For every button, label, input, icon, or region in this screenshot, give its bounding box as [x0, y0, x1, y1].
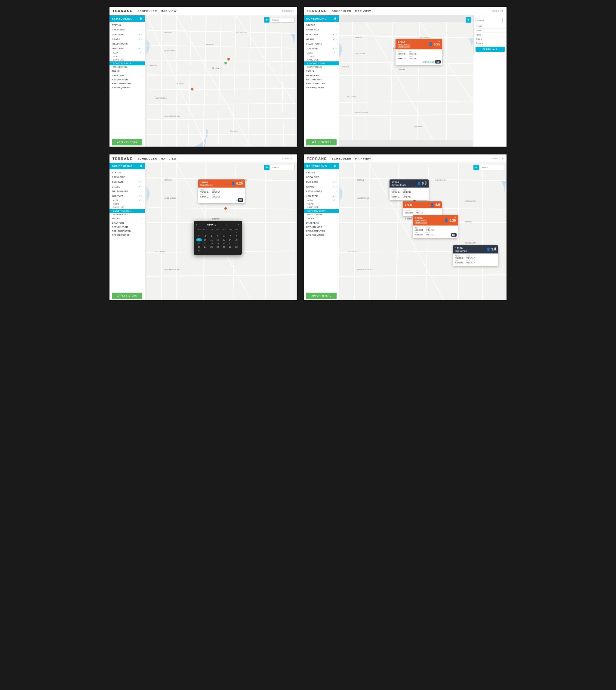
search-results-input[interactable]	[476, 18, 503, 23]
logout-1[interactable]: LOGOUT	[282, 9, 294, 12]
sidebar-status-2[interactable]: STATUS ›	[304, 23, 339, 27]
cal-day-9[interactable]: 9	[196, 238, 202, 242]
cal-close[interactable]: ✕	[237, 223, 239, 226]
cal-day-11[interactable]: 11	[208, 238, 215, 242]
sidebar-fieldhours-2[interactable]: FIELD HOURS ›	[304, 42, 339, 46]
search-result-17001[interactable]: 17001	[474, 24, 507, 28]
nav-mapview-2[interactable]: MAP VIEW	[355, 9, 371, 13]
sidebar-landuse-3[interactable]: LAND USE	[109, 206, 145, 209]
popup-close-3[interactable]: ✕	[241, 180, 243, 183]
map-search-input-4[interactable]	[480, 165, 504, 170]
sidebar-crewsize-4[interactable]: CREW SIZE ›	[304, 175, 339, 180]
sidebar-techs-2[interactable]: TECHS ›	[304, 69, 339, 73]
map-search-input-1[interactable]	[271, 17, 295, 23]
apply-filters-3[interactable]: APPLY FILTERS	[112, 293, 142, 299]
sidebar-drafters-2[interactable]: DRAFTERS ›	[304, 73, 339, 78]
sidebar-jobtype-4[interactable]: JOB TYPE ✓ ›	[304, 193, 339, 198]
cal-day-17[interactable]: 17	[202, 242, 208, 245]
popup-link-3[interactable]: SAVE	[200, 199, 243, 202]
sidebar-returnvisit-2[interactable]: RETURN VISIT	[304, 78, 339, 82]
logout-3[interactable]: LOGOUT	[282, 157, 294, 160]
sidebar-alta-3[interactable]: ALTA ✓	[109, 198, 145, 202]
search-result-15556[interactable]: 15556	[474, 28, 507, 33]
sidebar-monitoring-4[interactable]: MONITORING	[304, 213, 339, 216]
sidebar-grade-3[interactable]: GRADE ✓ ›	[109, 184, 145, 189]
nav-scheduler-1[interactable]: SCHEDULER	[137, 9, 157, 13]
sidebar-techs-4[interactable]: TECHS ›	[304, 216, 339, 221]
cal-day-12[interactable]: 12	[215, 238, 221, 242]
cal-day-21[interactable]: 21	[227, 242, 233, 245]
cal-day-15[interactable]: 15	[234, 238, 239, 242]
cal-day-26[interactable]: 26	[215, 245, 221, 249]
sidebar-returnvisit-3[interactable]: RETURN VISIT	[109, 225, 145, 229]
search-all-button[interactable]: SEARCH ALL	[476, 47, 505, 52]
cal-day-29[interactable]: 29	[234, 245, 239, 249]
sidebar-techs-1[interactable]: TECHS ›	[109, 69, 145, 73]
sidebar-grade-4[interactable]: GRADE ✓ ›	[304, 184, 339, 189]
sidebar-jobtype-3[interactable]: JOB TYPE ✓ ›	[109, 193, 145, 198]
sidebar-drafters-4[interactable]: DRAFTERS ›	[304, 221, 339, 225]
sidebar-monitoring-2[interactable]: MONITORING	[304, 65, 339, 69]
sidebar-duedate-4[interactable]: DUE DATE ✓ ›	[304, 180, 339, 184]
sidebar-aps-4[interactable]: APS REQUIRED	[304, 233, 339, 237]
logout-2[interactable]: LOGOUT	[491, 9, 504, 12]
sidebar-crewsize-2[interactable]: CREW SIZE ›	[304, 27, 339, 32]
sidebar-jobtype-1[interactable]: JOB TYPE ✓ ›	[109, 46, 145, 51]
nav-mapview-1[interactable]: MAP VIEW	[161, 9, 177, 13]
cal-day-1[interactable]: 1	[234, 231, 239, 234]
sidebar-precomputed-3[interactable]: PRE-COMPUTED	[109, 229, 145, 233]
search-result-barnes[interactable]: Barnes	[474, 41, 507, 45]
sidebar-duedate-1[interactable]: DUE DATE ✓ ›	[109, 32, 145, 37]
sidebar-returnvisit-1[interactable]: RETURN VISIT	[109, 78, 145, 82]
sidebar-construction-3[interactable]: CONSTRUCTION ✓	[109, 209, 145, 213]
cal-day-25[interactable]: 25	[208, 245, 215, 249]
sidebar-topo-3[interactable]: TOPO	[109, 202, 145, 206]
popup-link-1[interactable]: OPEN SCHEDULE	[398, 61, 440, 64]
sidebar-fieldhours-3[interactable]: FIELD HOURS ›	[109, 189, 145, 193]
sidebar-alta-1[interactable]: ALTA ✓	[109, 51, 145, 55]
cal-day-16[interactable]: 16	[196, 242, 202, 245]
map-area-4[interactable]: Seattle QUEEN ANNE WEST SEATTLE NORTH BE…	[339, 163, 507, 300]
sidebar-fieldhours-4[interactable]: FIELD HOURS ›	[304, 189, 339, 193]
sidebar-alta-2[interactable]: ALTA ✓	[304, 51, 339, 55]
sidebar-crewsize-1[interactable]: CREW SIZE ›	[109, 27, 145, 32]
sidebar-landuse-4[interactable]: LAND USE	[304, 206, 339, 209]
apply-filters-4[interactable]: APPLY FILTERS	[306, 293, 336, 299]
cal-day-28[interactable]: 28	[227, 245, 233, 249]
nav-mapview-3[interactable]: MAP VIEW	[161, 157, 177, 160]
map-plus-btn-2[interactable]: +	[466, 17, 471, 23]
sidebar-fieldhours-1[interactable]: FIELD HOURS ›	[109, 42, 145, 46]
cal-day-8[interactable]: 8	[234, 234, 239, 238]
map-area-3[interactable]: Seattle QUEEN ANNE WEST SEATTLE NORTH BE…	[145, 163, 297, 300]
sidebar-aps-1[interactable]: APS REQUIRED	[109, 85, 145, 89]
map-marker-green-1[interactable]	[224, 61, 227, 65]
cal-day-14[interactable]: 14	[227, 238, 233, 242]
cal-day-20[interactable]: 20	[221, 242, 227, 245]
cal-next[interactable]: ›	[226, 223, 227, 226]
map-plus-btn-4[interactable]: +	[474, 165, 479, 170]
popup-close-1[interactable]: ✕	[438, 40, 441, 43]
map-marker-red-2[interactable]	[191, 88, 194, 91]
sidebar-precomputed-4[interactable]: PRE-COMPUTED	[304, 229, 339, 233]
sidebar-returnvisit-4[interactable]: RETURN VISIT	[304, 225, 339, 229]
sidebar-grade-2[interactable]: GRADE ✓ ›	[304, 37, 339, 42]
sidebar-construction-2[interactable]: CONSTRUCTION ✓	[304, 61, 339, 65]
nav-scheduler-3[interactable]: SCHEDULER	[137, 157, 157, 160]
sidebar-techs-3[interactable]: TECHS ›	[109, 216, 145, 221]
cal-day-30[interactable]: 30	[196, 249, 202, 252]
map-area-1[interactable]: Seattle QUEEN ANNE WEST SEATTLE NORTH BE…	[145, 15, 297, 147]
map-plus-btn-3[interactable]: +	[264, 165, 269, 170]
logout-4[interactable]: LOGOUT	[491, 157, 504, 160]
sidebar-drafters-3[interactable]: DRAFTERS ›	[109, 221, 145, 225]
cal-day-13[interactable]: 13	[221, 238, 227, 242]
sidebar-aps-2[interactable]: APS REQUIRED	[304, 85, 339, 89]
apply-filters-2[interactable]: APPLY FILTERS	[306, 139, 336, 145]
cal-day-3[interactable]: 3	[202, 234, 208, 238]
sidebar-status-1[interactable]: STATUS ›	[109, 23, 145, 27]
cal-day-5[interactable]: 5	[215, 234, 221, 238]
popup-close-17333[interactable]: ✕	[438, 202, 440, 205]
cal-day-19[interactable]: 19	[215, 242, 221, 245]
cal-day-4[interactable]: 4	[208, 234, 215, 238]
map-marker-red-1[interactable]	[227, 58, 230, 61]
cal-day-22[interactable]: 22	[234, 242, 239, 245]
